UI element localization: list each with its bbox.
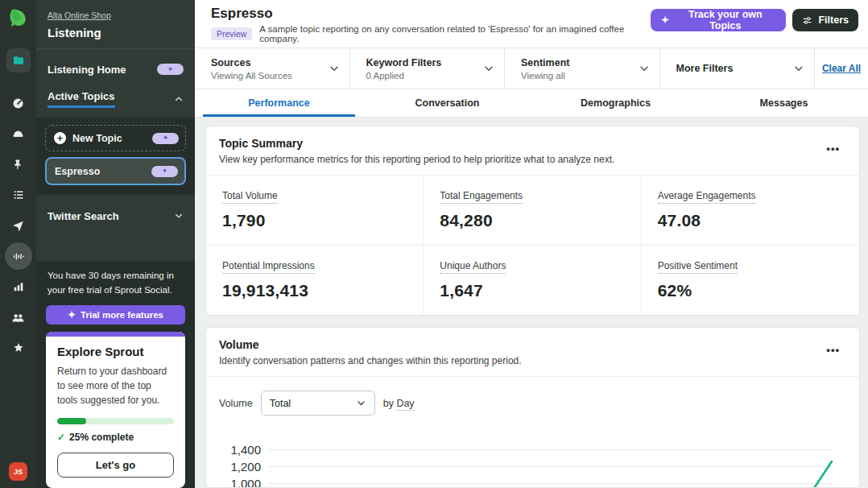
progress-bar — [57, 418, 174, 424]
metric-value: 1,647 — [440, 281, 626, 300]
user-avatar[interactable]: JS — [9, 462, 27, 481]
sidebar-item-active-topics[interactable]: Active Topics — [48, 89, 184, 109]
filters-button[interactable]: Filters — [792, 9, 858, 31]
filter-label: Sentiment — [521, 57, 639, 68]
people-group-icon[interactable] — [6, 305, 31, 329]
topic-header: Espresso Preview A sample topic reportin… — [195, 0, 868, 48]
reports-bar-chart-icon[interactable] — [6, 275, 31, 299]
y-axis-tick: 1,000 — [219, 477, 268, 488]
preview-badge: Preview — [211, 27, 252, 40]
lets-go-button[interactable]: Let's go — [57, 453, 174, 478]
metric-label[interactable]: Unique Authors — [440, 260, 506, 274]
metric-label[interactable]: Potential Impressions — [222, 260, 315, 274]
metric-total-engagements: Total Engagements 84,280 — [424, 176, 641, 246]
clear-all-link[interactable]: Clear All — [815, 48, 868, 89]
card-menu-ellipsis-icon[interactable]: ••• — [820, 338, 846, 362]
sidebar-header: Alta Online Shop Listening — [36, 0, 195, 49]
volume-metric-label: Volume — [219, 398, 253, 409]
metric-value: 19,913,413 — [222, 281, 408, 300]
new-topic-label: New Topic — [72, 133, 152, 144]
gridline — [268, 449, 832, 450]
active-topics-label: Active Topics — [48, 90, 115, 108]
metric-value: 47.08 — [658, 211, 845, 230]
listening-home-label: Listening Home — [48, 64, 126, 76]
metric-total-volume: Total Volume 1,790 — [206, 176, 424, 246]
chevron-down-icon — [329, 63, 340, 74]
inbox-icon[interactable] — [6, 122, 31, 146]
explore-title: Explore Sprout — [57, 345, 174, 358]
plus-icon: + — [54, 132, 66, 144]
topic-item-espresso[interactable]: Espresso ✦ — [45, 157, 186, 185]
more-filters-dropdown[interactable]: More Filters — [660, 48, 816, 89]
metric-potential-impressions: Potential Impressions 19,913,413 — [206, 246, 424, 315]
publishing-paper-plane-icon[interactable] — [6, 213, 31, 238]
metric-positive-sentiment: Positive Sentiment 62% — [642, 246, 859, 315]
sidebar-item-twitter-search[interactable]: Twitter Search — [48, 206, 184, 225]
sparkle-badge-icon: ✦ — [151, 166, 178, 177]
y-axis-tick: 1,400 — [219, 443, 268, 457]
metric-value: 62% — [658, 281, 845, 300]
sliders-icon — [802, 15, 812, 26]
tab-conversation[interactable]: Conversation — [363, 89, 531, 117]
sources-filter-dropdown[interactable]: Sources Viewing All Sources — [195, 48, 350, 89]
trial-more-features-button[interactable]: ✦ Trial more features — [46, 305, 185, 325]
filter-label: Sources — [211, 57, 329, 68]
filter-sub: Viewing all — [521, 71, 639, 81]
performance-content: Topic Summary View key performance metri… — [195, 118, 868, 488]
explore-sprout-card: Explore Sprout Return to your dashboard … — [46, 332, 185, 488]
filter-sub: Viewing All Sources — [211, 71, 329, 81]
report-tabs: Performance Conversation Demographics Me… — [195, 89, 868, 118]
y-axis-tick: 1,200 — [219, 460, 268, 474]
star-icon[interactable] — [6, 336, 31, 360]
volume-line-chart: 1,400 1,200 1,000 800 — [219, 432, 859, 487]
filter-label: Keyword Filters — [366, 57, 484, 68]
metric-unique-authors: Unique Authors 1,647 — [424, 246, 641, 315]
metric-value: 84,280 — [440, 211, 626, 230]
interval-label: by Day — [383, 398, 415, 409]
volume-title: Volume — [219, 338, 522, 351]
chevron-up-icon — [174, 94, 184, 104]
tab-messages[interactable]: Messages — [700, 89, 868, 117]
metric-value: 1,790 — [222, 211, 408, 230]
track-your-own-topics-button[interactable]: ✦ Track your own Topics — [651, 9, 786, 31]
sidebar-item-listening-home[interactable]: Listening Home ✦ — [48, 60, 184, 79]
folder-icon[interactable] — [6, 48, 31, 72]
twitter-search-label: Twitter Search — [48, 210, 119, 222]
volume-controls: Volume Total by Day — [206, 377, 859, 424]
tab-performance[interactable]: Performance — [195, 89, 363, 117]
metric-label[interactable]: Total Engagements — [440, 190, 523, 204]
metric-label[interactable]: Average Engagements — [658, 190, 756, 204]
chevron-down-icon — [483, 63, 494, 74]
gridline — [268, 483, 832, 484]
pin-icon[interactable] — [6, 152, 31, 176]
volume-metric-select[interactable]: Total — [261, 391, 375, 416]
account-link[interactable]: Alta Online Shop — [48, 10, 111, 20]
keyword-filters-dropdown[interactable]: Keyword Filters 0 Applied — [350, 48, 506, 89]
app-window: JS Alta Online Shop Listening Listening … — [0, 0, 868, 488]
new-topic-button[interactable]: + New Topic ✦ — [45, 125, 186, 151]
feeds-list-icon[interactable] — [6, 183, 31, 207]
topic-summary-description: View key performance metrics for this re… — [219, 154, 614, 165]
active-topics-panel: + New Topic ✦ Espresso ✦ — [36, 118, 195, 195]
twitter-search-section: Twitter Search — [36, 195, 195, 261]
metric-label[interactable]: Total Volume — [222, 190, 278, 204]
sparkle-icon: ✦ — [68, 310, 76, 320]
sprout-logo-icon[interactable] — [6, 6, 31, 30]
card-menu-ellipsis-icon[interactable]: ••• — [820, 137, 846, 160]
product-title: Listening — [48, 26, 184, 39]
dashboard-gauge-icon[interactable] — [6, 91, 31, 115]
listening-sidebar: Alta Online Shop Listening Listening Hom… — [36, 0, 195, 488]
progress-fill — [57, 418, 86, 424]
metric-label[interactable]: Positive Sentiment — [658, 260, 738, 274]
sentiment-filter-dropdown[interactable]: Sentiment Viewing all — [505, 48, 660, 89]
sparkle-badge-icon: ✦ — [157, 64, 184, 75]
sidebar-nav: Listening Home ✦ Active Topics — [36, 49, 195, 118]
progress-status: ✓ 25% complete — [57, 432, 174, 443]
tab-demographics[interactable]: Demographics — [531, 89, 700, 117]
espresso-topic-label: Espresso — [55, 166, 151, 177]
sparkle-icon: ✦ — [661, 15, 669, 25]
interval-day-link[interactable]: Day — [396, 398, 414, 411]
volume-description: Identify conversation patterns and chang… — [219, 355, 522, 366]
trial-message: You have 30 days remaining in your free … — [46, 269, 185, 298]
listening-waveform-icon[interactable] — [5, 242, 32, 270]
